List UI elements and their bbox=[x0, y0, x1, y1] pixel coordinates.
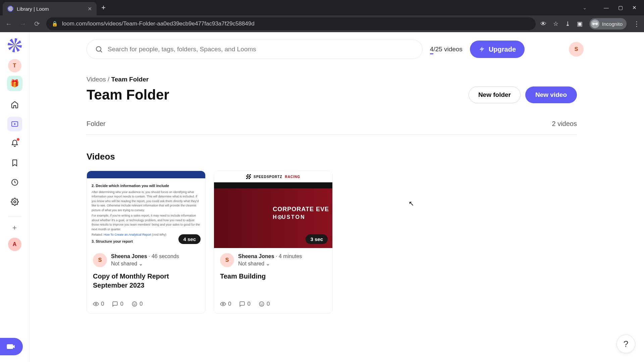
video-title[interactable]: Copy of Monthly Report September 2023 bbox=[93, 272, 199, 291]
page-title: Team Folder bbox=[87, 87, 169, 103]
new-folder-button[interactable]: New folder bbox=[469, 86, 521, 103]
bookmarks-icon[interactable] bbox=[7, 156, 22, 170]
search-icon bbox=[95, 45, 103, 53]
views-stat: 0 bbox=[93, 301, 104, 307]
video-stats: 0 0 0 bbox=[220, 301, 326, 307]
chevron-down-icon: ⌄ bbox=[266, 260, 270, 267]
browser-chrome: Library | Loom ✕ + ⌄ ― ▢ ✕ ← → ⟳ 🔒 loom.… bbox=[0, 0, 644, 32]
reactions-count: 0 bbox=[267, 301, 270, 307]
loom-favicon-icon bbox=[7, 6, 13, 12]
video-quota[interactable]: 4/25 videos bbox=[430, 46, 463, 53]
thumb-decor bbox=[214, 182, 332, 188]
thumb-text: 2. Decide which information you will inc… bbox=[92, 183, 201, 189]
svg-point-10 bbox=[259, 302, 264, 306]
svg-point-3 bbox=[14, 201, 16, 203]
author-avatar[interactable]: S bbox=[93, 253, 107, 267]
svg-point-12 bbox=[262, 303, 263, 304]
lock-icon: 🔒 bbox=[52, 21, 58, 27]
notifications-icon[interactable] bbox=[7, 136, 22, 151]
duration-badge: 3 sec bbox=[306, 234, 328, 244]
views-count: 0 bbox=[228, 301, 231, 307]
space-avatar[interactable]: A bbox=[8, 238, 21, 251]
smile-icon bbox=[259, 301, 265, 307]
eye-off-icon[interactable]: 👁 bbox=[540, 20, 546, 27]
new-video-button[interactable]: New video bbox=[525, 86, 577, 103]
comment-icon bbox=[112, 301, 118, 307]
add-space-button[interactable]: + bbox=[12, 224, 17, 232]
thumb-decor: SPEEDSPORTZ RACING bbox=[214, 171, 332, 182]
upgrade-button[interactable]: Upgrade bbox=[470, 41, 525, 58]
meta-sep: · bbox=[147, 253, 152, 259]
tab-overflow-icon[interactable]: ⌄ bbox=[583, 5, 587, 11]
quota-total: /25 videos bbox=[433, 46, 463, 53]
svg-point-9 bbox=[222, 303, 224, 305]
author-row: S Sheena Jones · 4 minutes Not shared ⌄ bbox=[220, 253, 326, 268]
library-icon[interactable] bbox=[7, 117, 22, 131]
author-meta: Sheena Jones · 46 seconds Not shared ⌄ bbox=[111, 253, 179, 268]
eye-icon bbox=[220, 301, 226, 307]
browser-menu-button[interactable]: ⋮ bbox=[633, 20, 640, 28]
card-body: S Sheena Jones · 46 seconds Not shared ⌄… bbox=[87, 248, 205, 313]
sidebar-divider bbox=[9, 217, 21, 217]
incognito-badge[interactable]: 🕶 Incognito bbox=[589, 18, 627, 29]
close-tab-icon[interactable]: ✕ bbox=[88, 6, 92, 12]
back-button[interactable]: ← bbox=[4, 20, 13, 28]
extensions-icon[interactable]: ▣ bbox=[577, 20, 583, 27]
video-thumbnail[interactable]: SPEEDSPORTZ RACING CORPORATE EVE HUSTON … bbox=[214, 171, 332, 248]
new-tab-button[interactable]: + bbox=[101, 3, 106, 12]
svg-point-8 bbox=[135, 303, 136, 304]
minimize-button[interactable]: ― bbox=[604, 5, 609, 11]
author-row: S Sheena Jones · 46 seconds Not shared ⌄ bbox=[93, 253, 199, 268]
video-title[interactable]: Team Building bbox=[220, 272, 326, 291]
incognito-label: Incognito bbox=[602, 21, 623, 27]
loom-logo-icon[interactable] bbox=[8, 38, 22, 52]
downloads-icon[interactable]: ⤓ bbox=[565, 20, 570, 27]
sidebar: T 🎁 + A bbox=[0, 32, 30, 362]
breadcrumb-sep: / bbox=[106, 76, 111, 83]
browser-tab[interactable]: Library | Loom ✕ bbox=[3, 2, 97, 15]
home-icon[interactable] bbox=[7, 97, 22, 112]
thumb-text: For example, if you're writing a sales r… bbox=[92, 214, 201, 232]
comments-count: 0 bbox=[247, 301, 250, 307]
reload-button[interactable]: ⟳ bbox=[32, 20, 42, 28]
comment-icon bbox=[239, 301, 245, 307]
author-avatar[interactable]: S bbox=[220, 253, 234, 267]
forward-button[interactable]: → bbox=[18, 20, 28, 28]
video-card[interactable]: 2. Decide which information you will inc… bbox=[87, 171, 206, 314]
thumb-text: SPEEDSPORTZ bbox=[254, 175, 282, 179]
record-button[interactable] bbox=[0, 338, 23, 355]
eye-icon bbox=[93, 301, 99, 307]
breadcrumb: Videos / Team Folder bbox=[87, 76, 577, 83]
video-thumbnail[interactable]: 2. Decide which information you will inc… bbox=[87, 171, 205, 248]
bookmark-star-icon[interactable]: ☆ bbox=[553, 20, 558, 27]
video-card[interactable]: SPEEDSPORTZ RACING CORPORATE EVE HUSTON … bbox=[214, 171, 333, 314]
svg-point-11 bbox=[261, 303, 261, 304]
main-content: 4/25 videos Upgrade S Videos / Team Fold… bbox=[30, 32, 644, 362]
gift-icon[interactable]: 🎁 bbox=[7, 76, 22, 91]
author-name: Sheena Jones bbox=[111, 253, 147, 259]
search-box[interactable] bbox=[87, 40, 423, 59]
svg-point-5 bbox=[95, 303, 97, 305]
share-state-dropdown[interactable]: Not shared ⌄ bbox=[238, 260, 270, 267]
svg-point-7 bbox=[133, 303, 134, 304]
time-ago: 46 seconds bbox=[152, 253, 179, 259]
search-input[interactable] bbox=[108, 46, 414, 53]
svg-marker-1 bbox=[14, 123, 16, 125]
workspace-badge[interactable]: T bbox=[8, 59, 21, 72]
chevron-down-icon: ⌄ bbox=[139, 260, 143, 267]
help-button[interactable]: ? bbox=[616, 335, 635, 353]
video-grid: 2. Decide which information you will inc… bbox=[87, 171, 577, 314]
maximize-button[interactable]: ▢ bbox=[618, 5, 623, 11]
user-avatar[interactable]: S bbox=[569, 42, 584, 57]
close-window-button[interactable]: ✕ bbox=[632, 5, 637, 11]
history-icon[interactable] bbox=[7, 175, 22, 190]
share-state-dropdown[interactable]: Not shared ⌄ bbox=[111, 260, 143, 267]
video-stats: 0 0 0 bbox=[93, 301, 199, 307]
settings-icon[interactable] bbox=[7, 194, 22, 209]
url-field[interactable]: 🔒 loom.com/looms/videos/Team-Folder-aa0e… bbox=[46, 17, 536, 30]
svg-point-4 bbox=[96, 47, 101, 51]
reactions-count: 0 bbox=[140, 301, 143, 307]
svg-point-6 bbox=[132, 302, 137, 306]
views-stat: 0 bbox=[220, 301, 231, 307]
breadcrumb-root[interactable]: Videos bbox=[87, 76, 106, 83]
